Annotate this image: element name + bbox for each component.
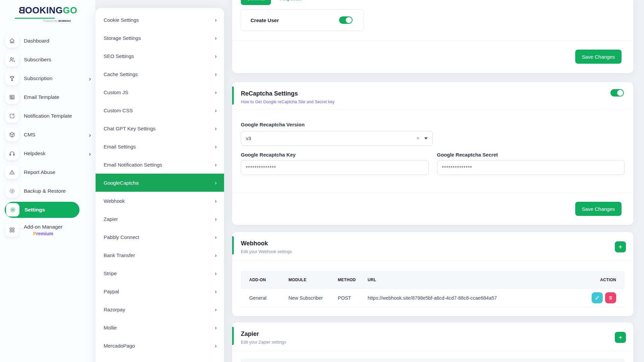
save-changes-button[interactable]: Save Changes	[575, 50, 622, 64]
settings-menu-item[interactable]: Email Settings ›	[96, 137, 224, 156]
settings-menu-item[interactable]: Webhook ›	[96, 192, 224, 210]
settings-menu-item[interactable]: MercadoPago ›	[96, 337, 224, 355]
divider	[232, 351, 633, 351]
sidebar-item-helpdesk[interactable]: Helpdesk ›	[0, 144, 96, 163]
sidebar-item-settings[interactable]: Settings	[5, 202, 79, 218]
chevron-right-icon: ›	[215, 234, 217, 240]
settings-menu-item[interactable]: Cookie Settings ›	[96, 11, 224, 29]
settings-menu-item[interactable]: Coingate ›	[96, 355, 224, 362]
recaptcha-help-link[interactable]: How to Get Google reCaptcha Site and Sec…	[241, 100, 625, 104]
sidebar-item-cms[interactable]: CMS ›	[0, 125, 96, 144]
tab-general[interactable]: General	[241, 0, 271, 5]
sidebar-item-label: Notification Template	[24, 113, 72, 119]
settings-menu-item-label: Coingate	[104, 361, 124, 362]
sidebar-item-addon-manager[interactable]: Add-on Manager Premium	[0, 219, 96, 241]
col-url: URL	[368, 278, 568, 282]
sidebar-item-label: Settings	[24, 207, 45, 213]
settings-menu-item[interactable]: Pabbly Connect ›	[96, 228, 224, 246]
primary-nav: Dashboard Subscribers Subscription › Ema…	[0, 32, 96, 241]
gear-icon	[6, 203, 19, 217]
settings-menu-item[interactable]: Razorpay ›	[96, 300, 224, 318]
add-webhook-button[interactable]: +	[615, 241, 626, 252]
settings-menu-item[interactable]: Email Notification Settings ›	[96, 156, 224, 174]
settings-menu-item-label: Cookie Settings	[104, 17, 139, 23]
section-subtitle: Edit your Webhook settings	[241, 249, 625, 254]
chevron-right-icon: ›	[215, 108, 217, 113]
delete-button[interactable]	[605, 292, 616, 303]
version-select[interactable]: v3 ×	[241, 131, 433, 146]
col-action: ACTION	[568, 278, 616, 282]
settings-menu-item[interactable]: Custom CSS ›	[96, 101, 224, 119]
settings-menu-item[interactable]: Storage Settings ›	[96, 29, 224, 47]
chevron-right-icon: ›	[215, 53, 217, 59]
sidebar-item-label: Dashboard	[24, 38, 49, 44]
settings-menu-item[interactable]: Cache Settings ›	[96, 65, 224, 83]
settings-menu-item[interactable]: Paypal ›	[96, 282, 224, 300]
settings-menu-item[interactable]: Bank Transfer ›	[96, 246, 224, 264]
chevron-right-icon: ›	[215, 71, 217, 77]
cell-url: https://webhook.site/8798e5bf-a6cd-4cd7-…	[368, 295, 568, 301]
sidebar-item-notification-template[interactable]: Notification Template	[0, 107, 96, 125]
version-label: Google Recaptcha Version	[241, 122, 625, 127]
settings-menu: Cookie Settings › Storage Settings › SEO…	[96, 11, 224, 362]
settings-menu-item-label: Paypal	[104, 289, 119, 294]
recaptcha-secret-input[interactable]	[437, 160, 625, 175]
headphones-icon	[5, 147, 19, 160]
settings-menu-item[interactable]: Mollie ›	[96, 318, 224, 337]
recaptcha-key-input[interactable]	[241, 160, 429, 175]
warning-triangle-icon	[5, 166, 19, 179]
sidebar-item-report-abuse[interactable]: Report Abuse	[0, 163, 96, 182]
chevron-right-icon: ›	[215, 270, 217, 276]
primary-sidebar: BOOKINGGO Powered By WORKDO Dashboard Su…	[0, 0, 96, 362]
section-accent-bar	[232, 86, 234, 105]
brand-logo[interactable]: BOOKINGGO Powered By WORKDO	[0, 0, 96, 22]
edit-button[interactable]	[592, 292, 603, 303]
settings-menu-item-label: Email Notification Settings	[104, 162, 162, 168]
settings-menu-item[interactable]: GoogleCaptcha ›	[96, 174, 224, 192]
settings-menu-item-label: Custom JS	[104, 89, 128, 95]
settings-menu-item[interactable]: Chat GPT Key Settings ›	[96, 119, 224, 137]
sidebar-item-label: Report Abuse	[24, 169, 55, 175]
trash-icon	[608, 295, 613, 300]
divider	[232, 260, 633, 260]
sidebar-item-label: Add-on Manager	[24, 224, 62, 230]
recaptcha-secret-label: Google Recaptcha Secret	[437, 152, 625, 158]
chevron-right-icon: ›	[215, 307, 217, 312]
tab-helpdesk[interactable]: Helpdesk	[278, 0, 303, 5]
chevron-right-icon: ›	[89, 150, 91, 157]
sidebar-item-subscription[interactable]: Subscription ›	[0, 69, 96, 88]
recaptcha-toggle[interactable]	[610, 89, 624, 97]
settings-menu-item[interactable]: Zapier ›	[96, 210, 224, 228]
section-accent-bar	[232, 327, 234, 345]
sidebar-item-backup-restore[interactable]: Backup & Restore	[0, 182, 96, 200]
settings-menu-item-label: GoogleCaptcha	[104, 180, 139, 186]
general-settings-card: General Helpdesk Create User Save Change…	[232, 0, 633, 73]
save-changes-button[interactable]: Save Changes	[575, 202, 622, 216]
settings-menu-item[interactable]: Custom JS ›	[96, 83, 224, 101]
webhook-header: Webhook Edit your Webhook settings	[232, 232, 633, 254]
settings-menu-item-label: Bank Transfer	[104, 252, 135, 258]
settings-menu-item-label: Webhook	[104, 198, 125, 204]
chevron-right-icon: ›	[89, 75, 91, 82]
chevron-right-icon: ›	[215, 289, 217, 294]
clear-icon[interactable]: ×	[416, 135, 420, 142]
table-header-row: ADD-ON MODULE METHOD URL ACTION	[241, 271, 625, 289]
create-user-toggle[interactable]	[339, 16, 353, 24]
add-zapier-button[interactable]: +	[615, 332, 626, 343]
sidebar-item-label: Helpdesk	[24, 150, 46, 157]
chevron-right-icon: ›	[215, 35, 217, 41]
premium-badge: Premium	[33, 231, 53, 236]
sidebar-item-subscribers[interactable]: Subscribers	[0, 50, 96, 69]
settings-menu-item[interactable]: SEO Settings ›	[96, 47, 224, 65]
divider	[232, 40, 633, 41]
sidebar-item-email-template[interactable]: Email Template	[0, 88, 96, 107]
chevron-right-icon: ›	[89, 132, 91, 138]
grid-icon	[5, 223, 19, 237]
pencil-icon	[595, 295, 600, 300]
chevron-right-icon: ›	[215, 252, 217, 258]
sidebar-item-dashboard[interactable]: Dashboard	[0, 32, 96, 50]
section-title: Zapier	[241, 330, 625, 338]
settings-menu-item-label: Mollie	[104, 325, 117, 330]
settings-menu-item[interactable]: Stripe ›	[96, 264, 224, 282]
settings-menu-item-label: Custom CSS	[104, 108, 133, 113]
